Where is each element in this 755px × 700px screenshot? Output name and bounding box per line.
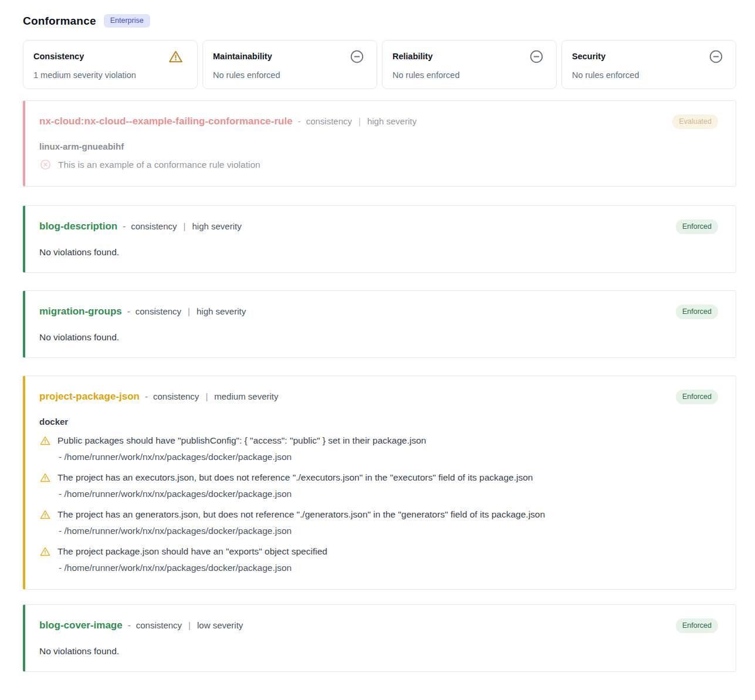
status-badge: Enforced	[676, 219, 718, 234]
page-title: Conformance	[23, 15, 96, 28]
meta-pipe: |	[187, 620, 192, 630]
violation-file-path: - /home/runner/work/nx/nx/packages/docke…	[59, 451, 718, 464]
rule-category: consistency	[153, 391, 199, 401]
enterprise-badge: Enterprise	[104, 14, 150, 28]
summary-card-consistency: Consistency 1 medium severity violation	[23, 40, 198, 89]
summary-card-subtext: No rules enforced	[572, 70, 726, 80]
rule-card-example-failing-conformance-rule: nx-cloud:nx-cloud--example-failing-confo…	[23, 100, 736, 187]
rule-card-blog-cover-image: blog-cover-image - consistency | low sev…	[23, 604, 736, 672]
meta-dash: -	[128, 620, 131, 630]
meta-dash: -	[298, 116, 301, 126]
warning-triangle-icon	[39, 435, 51, 447]
summary-card-title: Consistency	[33, 49, 84, 61]
project-label: docker	[39, 417, 718, 427]
summary-card-reliability: Reliability No rules enforced	[382, 40, 557, 89]
rule-severity: low severity	[197, 620, 243, 630]
rule-severity: high severity	[367, 116, 417, 126]
violation-message: The project has an executors.json, but d…	[57, 471, 533, 484]
rule-card-list: nx-cloud:nx-cloud--example-failing-confo…	[23, 100, 736, 672]
violation-file-path: - /home/runner/work/nx/nx/packages/docke…	[59, 525, 718, 537]
project-label: linux-arm-gnueabihf	[39, 141, 718, 151]
minus-circle-icon	[708, 49, 724, 65]
meta-pipe: |	[204, 391, 209, 401]
meta-dash: -	[145, 391, 148, 401]
no-violations-text: No violations found.	[39, 332, 718, 343]
status-badge: Enforced	[676, 618, 718, 633]
rule-category: consistency	[131, 221, 177, 231]
violation-item: The project package.json should have an …	[39, 545, 718, 574]
minus-circle-icon	[529, 49, 544, 65]
meta-pipe: |	[182, 221, 187, 231]
violation-file-path: - /home/runner/work/nx/nx/packages/docke…	[59, 488, 718, 501]
summary-row: Consistency 1 medium severity violation …	[23, 40, 736, 89]
rule-name-link[interactable]: blog-description	[39, 221, 117, 232]
conformance-page: Conformance Enterprise Consistency 1 med…	[0, 0, 755, 672]
summary-card-title: Maintainability	[213, 49, 272, 61]
meta-pipe: |	[187, 306, 191, 316]
rule-severity: medium severity	[214, 391, 278, 401]
summary-card-title: Security	[572, 49, 605, 61]
meta-dash: -	[123, 221, 126, 231]
violation-message: Public packages should have "publishConf…	[57, 434, 426, 447]
rule-severity: high severity	[192, 221, 241, 231]
no-violations-text: No violations found.	[39, 247, 718, 258]
violation-message: The project has an generators.json, but …	[57, 508, 545, 521]
summary-card-title: Reliability	[392, 49, 433, 61]
warning-triangle-icon	[39, 472, 51, 483]
warning-triangle-icon	[39, 509, 51, 520]
warning-triangle-icon	[168, 49, 184, 65]
rule-name-link[interactable]: nx-cloud:nx-cloud--example-failing-confo…	[39, 116, 293, 127]
summary-card-subtext: No rules enforced	[392, 70, 546, 80]
violation-message: This is an example of a conformance rule…	[58, 158, 260, 171]
meta-pipe: |	[357, 116, 362, 126]
rule-card-blog-description: blog-description - consistency | high se…	[23, 205, 736, 273]
rule-card-migration-groups: migration-groups - consistency | high se…	[23, 290, 736, 358]
violation-item: The project has an executors.json, but d…	[39, 471, 718, 501]
violation-file-path: - /home/runner/work/nx/nx/packages/docke…	[59, 562, 718, 574]
summary-card-subtext: No rules enforced	[213, 70, 367, 80]
rule-name-link[interactable]: project-package-json	[39, 391, 140, 403]
rule-category: consistency	[136, 620, 182, 630]
summary-card-security: Security No rules enforced	[561, 40, 736, 89]
rule-name-link[interactable]: migration-groups	[39, 306, 122, 317]
status-badge: Enforced	[676, 305, 718, 319]
violation-item: This is an example of a conformance rule…	[39, 158, 718, 171]
no-violations-text: No violations found.	[39, 646, 718, 657]
x-circle-icon	[39, 158, 52, 171]
violation-message: The project package.json should have an …	[57, 545, 327, 558]
rule-category: consistency	[306, 116, 352, 126]
summary-card-subtext: 1 medium severity violation	[33, 70, 187, 80]
page-header: Conformance Enterprise	[23, 14, 736, 28]
rule-category: consistency	[136, 306, 181, 316]
warning-triangle-icon	[39, 546, 51, 557]
status-badge: Enforced	[676, 390, 718, 404]
rule-severity: high severity	[197, 306, 246, 316]
rule-name-link[interactable]: blog-cover-image	[39, 620, 123, 631]
minus-circle-icon	[349, 49, 365, 65]
meta-dash: -	[127, 306, 130, 316]
rule-card-project-package-json: project-package-json - consistency | med…	[23, 376, 736, 590]
summary-card-maintainability: Maintainability No rules enforced	[202, 40, 377, 89]
violation-item: The project has an generators.json, but …	[39, 508, 718, 537]
violation-item: Public packages should have "publishConf…	[39, 434, 718, 464]
status-badge: Evaluated	[672, 114, 718, 129]
